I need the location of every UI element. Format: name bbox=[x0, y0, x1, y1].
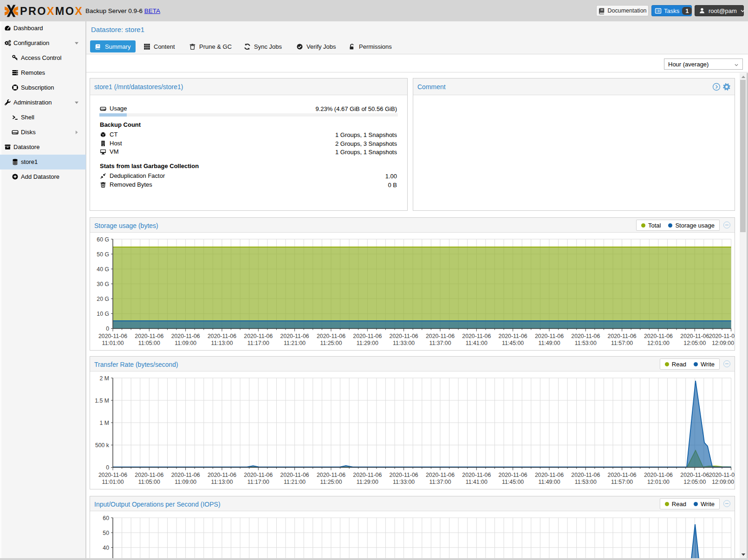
svg-text:11:57:00: 11:57:00 bbox=[611, 340, 633, 346]
svg-text:2020-11-06: 2020-11-06 bbox=[280, 333, 309, 339]
svg-text:12:09:00: 12:09:00 bbox=[712, 340, 734, 346]
svg-text:12:05:00: 12:05:00 bbox=[683, 479, 706, 485]
svg-text:11:33:00: 11:33:00 bbox=[393, 479, 415, 485]
svg-text:20 G: 20 G bbox=[97, 296, 109, 302]
svg-text:12:01:00: 12:01:00 bbox=[647, 479, 670, 485]
svg-text:2 M: 2 M bbox=[100, 375, 110, 382]
svg-text:11:57:00: 11:57:00 bbox=[611, 479, 633, 485]
svg-text:11:41:00: 11:41:00 bbox=[466, 340, 488, 346]
svg-text:11:17:00: 11:17:00 bbox=[247, 479, 269, 485]
svg-text:10 G: 10 G bbox=[97, 311, 109, 317]
svg-text:PROXMOX: PROXMOX bbox=[20, 5, 83, 17]
svg-text:11:25:00: 11:25:00 bbox=[320, 340, 342, 346]
svg-text:2020-11-06: 2020-11-06 bbox=[462, 333, 491, 339]
svg-text:60 G: 60 G bbox=[97, 236, 109, 243]
svg-text:11:49:00: 11:49:00 bbox=[539, 340, 560, 346]
svg-text:11:45:00: 11:45:00 bbox=[502, 479, 524, 485]
svg-text:11:37:00: 11:37:00 bbox=[429, 479, 451, 485]
svg-text:11:01:00: 11:01:00 bbox=[102, 479, 124, 485]
svg-text:2020-11-06: 2020-11-06 bbox=[680, 472, 709, 478]
svg-text:40: 40 bbox=[103, 545, 109, 551]
svg-text:50 G: 50 G bbox=[97, 251, 109, 258]
svg-text:2020-11-06: 2020-11-06 bbox=[135, 472, 163, 478]
svg-text:2020-11-06: 2020-11-06 bbox=[208, 333, 236, 339]
svg-text:2020-11-06: 2020-11-06 bbox=[171, 472, 200, 478]
svg-text:11:41:00: 11:41:00 bbox=[466, 479, 488, 485]
svg-text:500 k: 500 k bbox=[95, 442, 110, 449]
svg-text:11:29:00: 11:29:00 bbox=[357, 340, 378, 346]
svg-text:11:21:00: 11:21:00 bbox=[284, 340, 306, 346]
svg-text:40 G: 40 G bbox=[97, 266, 109, 273]
svg-text:2020-11-0: 2020-11-0 bbox=[709, 472, 735, 478]
svg-text:11:49:00: 11:49:00 bbox=[539, 479, 560, 485]
svg-text:2020-11-06: 2020-11-06 bbox=[208, 472, 236, 478]
svg-text:11:37:00: 11:37:00 bbox=[429, 340, 451, 346]
svg-text:1 M: 1 M bbox=[100, 420, 110, 426]
svg-text:2020-11-06: 2020-11-06 bbox=[353, 333, 382, 339]
svg-text:11:53:00: 11:53:00 bbox=[575, 340, 597, 346]
svg-text:2020-11-06: 2020-11-06 bbox=[171, 333, 200, 339]
svg-text:12:05:00: 12:05:00 bbox=[683, 340, 706, 346]
svg-text:11:13:00: 11:13:00 bbox=[211, 479, 233, 485]
svg-text:2020-11-06: 2020-11-06 bbox=[608, 333, 637, 339]
svg-text:11:09:00: 11:09:00 bbox=[175, 479, 196, 485]
svg-text:2020-11-06: 2020-11-06 bbox=[462, 472, 491, 478]
svg-text:2020-11-06: 2020-11-06 bbox=[426, 333, 455, 339]
svg-text:12:09:00: 12:09:00 bbox=[712, 479, 734, 485]
svg-text:2020-11-06: 2020-11-06 bbox=[98, 472, 127, 478]
svg-text:2020-11-06: 2020-11-06 bbox=[535, 472, 564, 478]
svg-text:50: 50 bbox=[103, 530, 109, 536]
svg-text:2020-11-06: 2020-11-06 bbox=[244, 333, 273, 339]
svg-text:2020-11-06: 2020-11-06 bbox=[680, 333, 709, 339]
svg-text:2020-11-06: 2020-11-06 bbox=[644, 333, 673, 339]
svg-text:2020-11-06: 2020-11-06 bbox=[280, 472, 309, 478]
svg-text:11:53:00: 11:53:00 bbox=[575, 479, 597, 485]
svg-text:2020-11-06: 2020-11-06 bbox=[571, 472, 600, 478]
svg-text:11:33:00: 11:33:00 bbox=[393, 340, 415, 346]
svg-text:2020-11-06: 2020-11-06 bbox=[98, 333, 127, 339]
svg-text:2020-11-06: 2020-11-06 bbox=[644, 472, 673, 478]
svg-text:11:09:00: 11:09:00 bbox=[175, 340, 196, 346]
svg-text:11:21:00: 11:21:00 bbox=[284, 479, 306, 485]
svg-text:2020-11-06: 2020-11-06 bbox=[244, 472, 273, 478]
svg-text:11:13:00: 11:13:00 bbox=[211, 340, 233, 346]
svg-text:2020-11-06: 2020-11-06 bbox=[353, 472, 382, 478]
svg-text:11:25:00: 11:25:00 bbox=[320, 479, 342, 485]
svg-text:2020-11-0: 2020-11-0 bbox=[709, 333, 735, 339]
svg-text:11:45:00: 11:45:00 bbox=[502, 340, 524, 346]
svg-text:2020-11-06: 2020-11-06 bbox=[317, 472, 345, 478]
svg-text:2020-11-06: 2020-11-06 bbox=[426, 472, 455, 478]
svg-text:2020-11-06: 2020-11-06 bbox=[535, 333, 564, 339]
svg-text:30 G: 30 G bbox=[97, 281, 109, 287]
svg-text:0: 0 bbox=[106, 464, 109, 471]
svg-text:2020-11-06: 2020-11-06 bbox=[499, 472, 527, 478]
svg-text:2020-11-06: 2020-11-06 bbox=[390, 333, 418, 339]
svg-text:0: 0 bbox=[106, 326, 109, 332]
svg-text:2020-11-06: 2020-11-06 bbox=[608, 472, 637, 478]
svg-text:2020-11-06: 2020-11-06 bbox=[499, 333, 527, 339]
svg-text:11:17:00: 11:17:00 bbox=[247, 340, 269, 346]
svg-text:11:05:00: 11:05:00 bbox=[138, 479, 160, 485]
svg-text:2020-11-06: 2020-11-06 bbox=[571, 333, 600, 339]
svg-text:11:01:00: 11:01:00 bbox=[102, 340, 124, 346]
svg-text:60: 60 bbox=[103, 515, 109, 521]
svg-text:12:01:00: 12:01:00 bbox=[647, 340, 670, 346]
svg-text:2020-11-06: 2020-11-06 bbox=[135, 333, 163, 339]
svg-text:1.5 M: 1.5 M bbox=[95, 397, 109, 404]
svg-text:2020-11-06: 2020-11-06 bbox=[390, 472, 418, 478]
svg-text:11:05:00: 11:05:00 bbox=[138, 340, 160, 346]
svg-text:11:29:00: 11:29:00 bbox=[357, 479, 378, 485]
svg-text:2020-11-06: 2020-11-06 bbox=[317, 333, 345, 339]
